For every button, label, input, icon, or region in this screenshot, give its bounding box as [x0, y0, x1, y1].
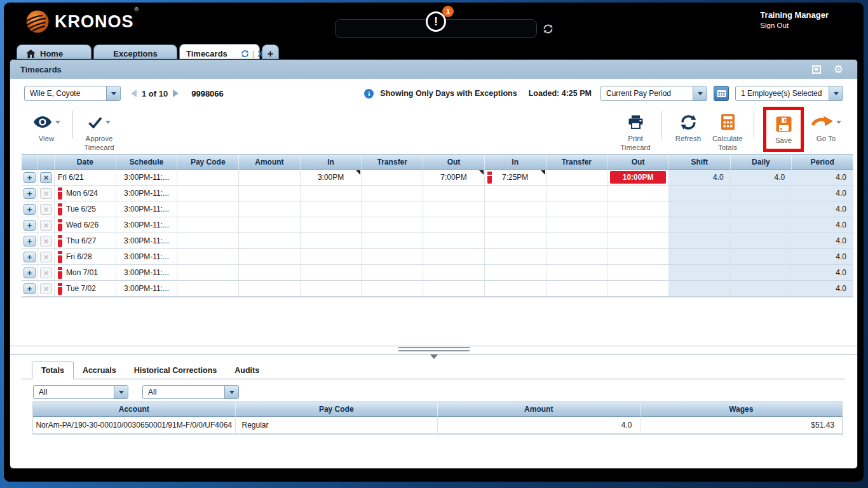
cell-in[interactable]: 7:25PM — [485, 170, 546, 186]
chevron-down-icon[interactable] — [693, 86, 707, 100]
cell-transfer[interactable] — [362, 281, 423, 297]
cell-out[interactable] — [423, 217, 485, 233]
next-employee-icon[interactable] — [173, 90, 179, 97]
maximize-icon[interactable] — [812, 65, 821, 74]
x-icon[interactable]: × — [40, 172, 52, 183]
view-button[interactable]: View — [27, 107, 66, 144]
add-row-button[interactable]: + — [22, 233, 38, 249]
cell-out[interactable] — [423, 233, 485, 249]
cell-out[interactable] — [423, 281, 485, 297]
cell-pay-code[interactable] — [177, 281, 239, 297]
cell-in[interactable] — [301, 201, 362, 217]
cell-pay-code[interactable] — [177, 233, 239, 249]
cell-out[interactable] — [607, 217, 669, 233]
cell-in[interactable] — [301, 281, 362, 297]
cell-out[interactable]: 7:00PM — [423, 170, 485, 186]
cell-amount[interactable] — [239, 170, 301, 186]
plus-icon[interactable]: + — [24, 236, 36, 247]
approve-timecard-button[interactable]: Approve Timecard — [79, 107, 119, 152]
cell-amount[interactable] — [239, 217, 301, 233]
totals-filter1-select[interactable]: All — [33, 385, 128, 399]
tab-totals[interactable]: Totals — [32, 362, 74, 379]
employees-selected-select[interactable]: 1 Employee(s) Selected — [735, 86, 843, 101]
chevron-down-icon[interactable] — [224, 386, 238, 398]
cell-in[interactable] — [485, 281, 546, 297]
tab-accruals[interactable]: Accruals — [74, 362, 125, 379]
add-row-button[interactable]: + — [22, 265, 38, 281]
cell-transfer[interactable] — [362, 186, 423, 201]
plus-icon[interactable]: + — [24, 252, 36, 262]
cell-in[interactable] — [485, 217, 546, 233]
go-to-button[interactable]: Go To — [806, 107, 846, 144]
notification-bar[interactable]: ! 1 — [335, 19, 537, 38]
cell-pay-code[interactable] — [177, 217, 239, 233]
cell-transfer[interactable] — [362, 233, 423, 249]
gear-icon[interactable]: ⚙ — [834, 64, 843, 75]
cell-transfer[interactable] — [362, 201, 423, 217]
calendar-button[interactable] — [714, 86, 729, 101]
cell-in[interactable] — [301, 233, 362, 249]
cell-in[interactable] — [301, 217, 362, 233]
cell-in[interactable] — [301, 249, 362, 265]
previous-employee-icon[interactable] — [131, 90, 137, 97]
cell-transfer[interactable] — [546, 281, 608, 297]
cell-transfer[interactable] — [546, 201, 608, 217]
cell-in[interactable] — [301, 186, 362, 201]
cell-in[interactable] — [485, 265, 546, 281]
chevron-down-icon[interactable] — [829, 86, 843, 100]
plus-icon[interactable]: + — [24, 283, 36, 294]
tab-refresh-icon[interactable] — [241, 50, 249, 58]
cell-transfer[interactable] — [546, 265, 608, 281]
plus-icon[interactable]: + — [24, 220, 36, 231]
cell-in[interactable] — [485, 201, 546, 217]
cell-transfer[interactable] — [362, 170, 423, 186]
cell-out[interactable]: 10:00PM — [607, 170, 669, 186]
cell-transfer[interactable] — [362, 217, 423, 233]
add-row-button[interactable]: + — [22, 186, 38, 201]
cell-out[interactable] — [423, 186, 485, 201]
cell-in[interactable] — [485, 233, 546, 249]
tab-audits[interactable]: Audits — [226, 362, 268, 379]
cell-transfer[interactable] — [546, 249, 608, 265]
cell-in[interactable] — [485, 186, 546, 201]
cell-in[interactable] — [485, 249, 546, 265]
cell-pay-code[interactable] — [177, 170, 239, 186]
cell-out[interactable] — [607, 249, 669, 265]
print-timecard-button[interactable]: Print Timecard — [616, 107, 655, 152]
cell-out[interactable] — [607, 281, 669, 297]
chevron-down-icon[interactable] — [114, 386, 128, 398]
cell-amount[interactable] — [239, 281, 301, 297]
cell-out[interactable] — [423, 249, 485, 265]
cell-transfer[interactable] — [546, 217, 608, 233]
delete-row-button[interactable]: × — [38, 170, 55, 186]
refresh-button[interactable]: Refresh — [668, 107, 708, 144]
add-row-button[interactable]: + — [22, 170, 38, 186]
cell-out[interactable] — [607, 186, 669, 201]
cell-amount[interactable] — [239, 186, 301, 201]
cell-transfer[interactable] — [546, 170, 608, 186]
cell-pay-code[interactable] — [177, 249, 239, 265]
cell-out[interactable] — [607, 201, 669, 217]
cell-amount[interactable] — [239, 201, 301, 217]
cell-amount[interactable] — [239, 233, 301, 249]
cell-pay-code[interactable] — [177, 201, 239, 217]
cell-out[interactable] — [607, 265, 669, 281]
plus-icon[interactable]: + — [24, 172, 36, 183]
calculate-totals-button[interactable]: Calculate Totals — [708, 107, 747, 152]
sign-out-link[interactable]: Sign Out — [760, 22, 829, 29]
cell-pay-code[interactable] — [177, 265, 239, 281]
totals-filter2-select[interactable]: All — [142, 385, 239, 399]
cell-in[interactable] — [301, 265, 362, 281]
cell-out[interactable] — [607, 233, 669, 249]
save-button[interactable]: Save — [768, 110, 799, 146]
cell-pay-code[interactable] — [177, 186, 239, 201]
pay-period-select[interactable]: Current Pay Period — [600, 86, 707, 101]
plus-icon[interactable]: + — [24, 188, 36, 199]
notification-refresh-icon[interactable] — [543, 24, 553, 37]
cell-transfer[interactable] — [362, 249, 423, 265]
exception-time-badge[interactable]: 10:00PM — [610, 171, 666, 184]
cell-amount[interactable] — [239, 265, 301, 281]
cell-out[interactable] — [423, 265, 485, 281]
plus-icon[interactable]: + — [24, 204, 36, 215]
cell-out[interactable] — [423, 201, 485, 217]
